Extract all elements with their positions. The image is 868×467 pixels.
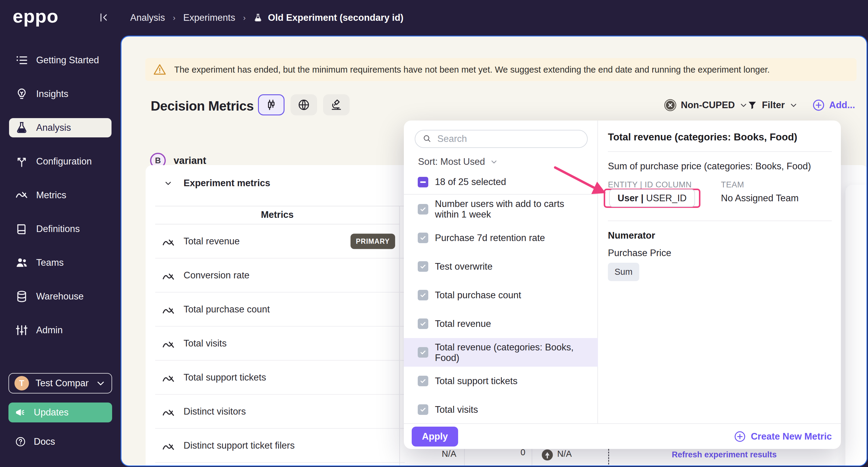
sidebar-item-insights[interactable]: Insights [9,84,112,104]
globe-view-button[interactable] [290,94,317,115]
checked-checkbox[interactable] [418,290,428,301]
results-panel-edge [845,185,867,466]
metric-chart-icon [162,304,175,315]
list-item[interactable]: Total support tickets [404,367,598,395]
chevron-down-icon [789,101,798,110]
metric-option-label: Number users with add to carts within 1 … [435,198,583,220]
checked-checkbox[interactable] [418,232,428,243]
metric-option-label: Test overwrite [435,261,493,272]
table-row-distinct-support-ticket-filers[interactable]: Distinct support ticket filers [155,429,405,463]
sidebar-item-definitions[interactable]: Definitions [9,219,112,239]
filter-selector[interactable]: Filter [747,98,798,113]
search-box[interactable] [415,130,588,148]
table-row-conversion-rate[interactable]: Conversion rate [155,258,405,292]
selection-summary: 18 of 25 selected [435,177,506,187]
list-item-selected[interactable]: Total revenue (categories: Books, Food) [404,338,598,367]
entity-id-chip: User | USER_ID [609,189,695,207]
indeterminate-checkbox[interactable] [418,177,428,187]
metric-option-label: Total purchase count [435,290,521,301]
breadcrumb-analysis[interactable]: Analysis [130,12,165,23]
list-item[interactable]: Test overwrite [404,252,598,281]
sidebar-item-label: Updates [34,407,68,418]
entity-name: User | [618,193,644,204]
circle-plus-icon [812,99,825,112]
eppo-logo[interactable]: eppo [13,5,59,27]
table-row-total-support-tickets[interactable]: Total support tickets [155,361,405,395]
list-item[interactable]: Total revenue [404,309,598,338]
sort-selector[interactable]: Sort: Most Used [418,156,498,167]
top-bar: eppo Analysis › Experiments › Old Experi… [0,0,868,36]
sidebar-item-label: Admin [36,325,63,336]
experiment-metrics-section-header[interactable]: Experiment metrics [164,178,270,189]
create-new-metric-button[interactable]: Create New Metric [734,431,832,443]
sidebar-item-analysis[interactable]: Analysis [9,118,112,137]
checked-checkbox[interactable] [418,204,428,215]
breadcrumb-experiments[interactable]: Experiments [183,12,235,23]
checked-checkbox[interactable] [418,261,428,272]
checked-checkbox[interactable] [418,347,428,357]
page-breadcrumb-title: Old Experiment (secondary id) [268,12,404,23]
view-toggle-group [258,94,350,115]
table-row-total-purchase-count[interactable]: Total purchase count [155,292,405,326]
sidebar-item-docs[interactable]: Docs [8,433,112,451]
microscope-view-button[interactable] [323,94,350,115]
sidebar-item-metrics[interactable]: Metrics [9,186,112,205]
section-title: Experiment metrics [184,178,270,189]
sidebar-item-warehouse[interactable]: Warehouse [9,287,112,306]
list-item[interactable]: Total purchase count [404,281,598,309]
company-switcher[interactable]: T Test Compan... [8,373,112,394]
sidebar-item-label: Insights [36,89,68,99]
sidebar-item-label: Analysis [36,122,71,133]
table-row-total-revenue[interactable]: Total revenue PRIMARY [155,224,405,258]
table-row-distinct-visitors[interactable]: Distinct visitors [155,395,405,429]
list-item[interactable]: Purchase 7d retention rate [404,223,598,252]
metric-option-label: Total revenue (categories: Books, Food) [435,342,583,363]
sidebar-item-label: Configuration [36,156,92,167]
circle-x-icon [664,99,677,112]
metric-name: Total purchase count [184,304,270,315]
add-metric-button[interactable]: Add... [812,98,855,113]
sidebar-item-admin[interactable]: Admin [9,320,112,340]
database-icon [15,290,28,303]
popover-footer: Apply Create New Metric [404,423,841,449]
sidebar-item-configuration[interactable]: Configuration [9,152,112,171]
primary-badge: PRIMARY [350,234,395,249]
sidebar-item-getting-started[interactable]: Getting Started [9,51,112,70]
metric-name: Total visits [184,338,227,349]
aggregation-chip: Sum [608,263,639,281]
checked-checkbox[interactable] [418,404,428,415]
table-row-total-visits[interactable]: Total visits [155,326,405,361]
cell-value: N/A [557,449,572,459]
select-all-row[interactable]: 18 of 25 selected [418,177,506,187]
collapse-sidebar-icon[interactable] [98,12,109,23]
list-item[interactable]: Total visits [404,395,598,424]
metric-option-label: Total revenue [435,318,491,329]
sidebar-item-label: Getting Started [36,55,99,66]
sidebar-item-label: Metrics [36,190,66,201]
breadcrumb-current: Old Experiment (secondary id) [253,12,404,23]
candlestick-view-button[interactable] [258,94,284,115]
sidebar-item-updates[interactable]: Updates [8,403,112,423]
metric-list-pane: Sort: Most Used 18 of 25 selected Number… [404,121,598,423]
company-avatar: T [14,376,29,391]
sidebar-item-label: Docs [34,436,55,447]
sort-label: Sort: Most Used [418,156,485,167]
metric-picker-popover: Sort: Most Used 18 of 25 selected Number… [404,121,841,449]
metric-name: Total support tickets [184,372,266,383]
sidebar-item-label: Warehouse [36,291,84,302]
checked-checkbox[interactable] [418,376,428,386]
divider [608,151,832,152]
funnel-icon [747,100,758,111]
divider [608,221,832,221]
cuped-selector[interactable]: Non-CUPED [664,98,748,113]
search-input[interactable] [437,133,580,144]
list-item[interactable]: Number users with add to carts within 1 … [404,195,598,223]
checked-checkbox[interactable] [418,318,428,329]
apply-button[interactable]: Apply [412,427,458,446]
cuped-label: Non-CUPED [681,100,735,111]
refresh-experiment-results-link[interactable]: Refresh experiment results [634,450,815,460]
numerator-fact: Purchase Price [608,248,671,258]
page-title: Decision Metrics [151,98,254,114]
metric-chart-icon [162,270,175,280]
sidebar-item-teams[interactable]: Teams [9,253,112,272]
